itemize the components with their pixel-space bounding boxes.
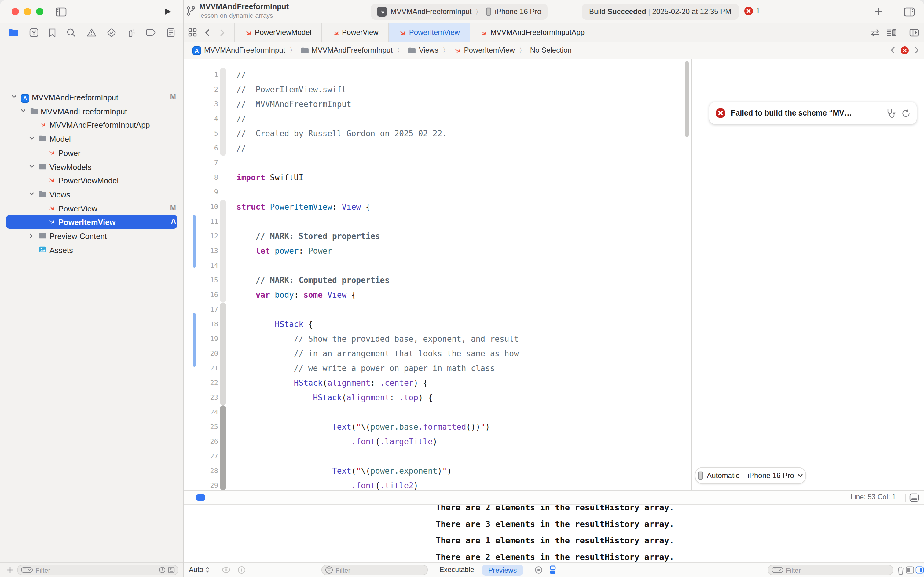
navigator-filter-input[interactable]: Filter	[17, 565, 179, 575]
line-number[interactable]: 24	[184, 405, 218, 420]
line-number[interactable]: 14	[184, 259, 218, 273]
disclosure-down-icon[interactable]	[29, 192, 34, 196]
line-number[interactable]: 13	[184, 244, 218, 259]
line-number[interactable]: 18	[184, 317, 218, 332]
line-number[interactable]: 19	[184, 332, 218, 347]
source-editor[interactable]: 1234567891011121314151617181920212223242…	[184, 59, 691, 490]
find-navigator-icon[interactable]	[67, 28, 76, 37]
line-number[interactable]: 1	[184, 68, 218, 82]
breadcrumb-item[interactable]: PowerItemView	[454, 46, 515, 55]
breakpoint-indicator[interactable]	[196, 495, 205, 501]
tab-PowerViewModel[interactable]: PowerViewModel	[234, 23, 322, 42]
issue-navigator-icon[interactable]	[87, 28, 96, 37]
sidebar-item-views[interactable]: Views	[0, 188, 184, 202]
diagnostics-icon[interactable]	[886, 108, 896, 118]
disclosure-right-icon[interactable]	[29, 234, 33, 239]
disclosure-down-icon[interactable]	[29, 136, 34, 140]
disclosure-down-icon[interactable]	[21, 108, 25, 112]
bookmark-navigator-icon[interactable]	[49, 28, 56, 37]
build-error-banner[interactable]: Failed to build the scheme “MV…	[710, 102, 917, 124]
sidebar-item-power[interactable]: Power	[0, 146, 184, 160]
line-number[interactable]: 8	[184, 171, 218, 185]
project-navigator-icon[interactable]	[8, 28, 18, 37]
sidebar-item-powerview[interactable]: PowerViewM	[0, 201, 184, 216]
source-control-status-icon[interactable]	[168, 567, 175, 573]
disclosure-down-icon[interactable]	[29, 164, 34, 168]
line-number[interactable]: 15	[184, 273, 218, 288]
line-number[interactable]: 22	[184, 376, 218, 390]
variables-filter-input[interactable]: Filter	[322, 565, 428, 575]
activity-status[interactable]: Build Succeeded | 2025-02-20 at 12:35 PM	[582, 4, 739, 19]
line-number[interactable]: 10	[184, 200, 218, 214]
go-forward-icon[interactable]	[214, 25, 229, 40]
line-number[interactable]: 11	[184, 214, 218, 229]
line-number[interactable]: 25	[184, 420, 218, 435]
recent-files-icon[interactable]	[159, 567, 166, 573]
add-editor-icon[interactable]	[910, 28, 919, 36]
issue-error-icon[interactable]	[901, 46, 909, 54]
breakpoint-navigator-icon[interactable]	[146, 29, 156, 36]
line-number[interactable]: 12	[184, 229, 218, 244]
sidebar-item-preview-content[interactable]: Preview Content	[0, 229, 184, 243]
line-number[interactable]: 21	[184, 361, 218, 376]
breadcrumb-item[interactable]: MVVMAndFreeformInput	[300, 46, 392, 55]
report-navigator-icon[interactable]	[167, 28, 175, 37]
zoom-window-button[interactable]	[36, 8, 43, 15]
minimize-window-button[interactable]	[24, 8, 31, 15]
console-output[interactable]: There are 2 elements in the resultHistor…	[436, 505, 674, 562]
console-mode-previews[interactable]: Previews	[482, 565, 523, 576]
toggle-debug-area-icon[interactable]	[910, 493, 919, 502]
line-number[interactable]: 5	[184, 127, 218, 141]
add-file-icon[interactable]	[6, 566, 14, 574]
scheme-selector[interactable]: MVVMAndFreeformInput 〉 iPhone 16 Pro	[371, 4, 547, 19]
clear-console-icon[interactable]	[897, 566, 905, 575]
sidebar-item-mvvmandfreeforminput[interactable]: MVVMAndFreeformInput	[0, 104, 184, 118]
next-issue-icon[interactable]	[914, 47, 919, 54]
variables-view-mode-select[interactable]: Auto	[189, 566, 209, 573]
sidebar-item-mvvmandfreeforminput[interactable]: AMVVMAndFreeformInputM	[0, 90, 184, 105]
line-number[interactable]: 17	[184, 303, 218, 317]
line-number[interactable]: 3	[184, 97, 218, 112]
tab-PowerItemView[interactable]: PowerItemView	[389, 23, 470, 42]
scope-console-icon[interactable]	[535, 566, 542, 574]
breadcrumb-item[interactable]: Views	[408, 46, 438, 55]
close-window-button[interactable]	[11, 8, 19, 15]
line-number[interactable]: 20	[184, 347, 218, 361]
hide-variables-pane-icon[interactable]	[906, 566, 914, 574]
disclosure-down-icon[interactable]	[11, 95, 16, 98]
split-console-icon[interactable]	[549, 566, 556, 575]
preview-device-selector[interactable]: Automatic – iPhone 16 Pro	[695, 467, 806, 484]
sidebar-item-assets[interactable]: Assets	[0, 243, 184, 257]
line-number[interactable]: 26	[184, 435, 218, 449]
line-number[interactable]: 23	[184, 390, 218, 405]
console-mode-executable[interactable]: Executable	[439, 566, 474, 573]
line-number[interactable]: 9	[184, 185, 218, 200]
console-filter-input[interactable]: Filter	[768, 565, 893, 575]
sidebar-item-mvvmandfreeforminputapp[interactable]: MVVMAndFreeformInputApp	[0, 118, 184, 132]
line-number[interactable]: 7	[184, 156, 218, 171]
source-control-navigator-icon[interactable]	[29, 28, 38, 37]
line-number[interactable]: 6	[184, 141, 218, 156]
sidebar-item-model[interactable]: Model	[0, 132, 184, 146]
line-number[interactable]: 29	[184, 479, 218, 490]
swap-editors-icon[interactable]	[870, 28, 880, 36]
line-number[interactable]: 28	[184, 464, 218, 479]
debug-navigator-icon[interactable]	[127, 28, 136, 37]
editor-options-icon[interactable]	[886, 28, 897, 36]
breadcrumb-item[interactable]: No Selection	[530, 46, 572, 55]
line-number[interactable]: 27	[184, 449, 218, 464]
run-button[interactable]	[160, 4, 175, 19]
breadcrumb-item[interactable]: AMVVMAndFreeformInput	[193, 45, 285, 55]
previous-issue-icon[interactable]	[890, 47, 895, 54]
line-number[interactable]: 2	[184, 82, 218, 97]
line-number[interactable]: 16	[184, 288, 218, 303]
issue-count[interactable]: 1	[744, 7, 760, 15]
retry-build-icon[interactable]	[901, 108, 911, 118]
toggle-inspector-icon[interactable]	[902, 4, 917, 19]
toggle-navigator-icon[interactable]	[54, 4, 68, 19]
tab-overview-icon[interactable]	[185, 25, 200, 40]
go-back-icon[interactable]	[200, 25, 214, 40]
library-plus-button[interactable]	[871, 4, 886, 19]
test-navigator-icon[interactable]	[107, 28, 116, 37]
tab-MVVMAndFreeformInputApp[interactable]: MVVMAndFreeformInputApp	[470, 23, 595, 42]
